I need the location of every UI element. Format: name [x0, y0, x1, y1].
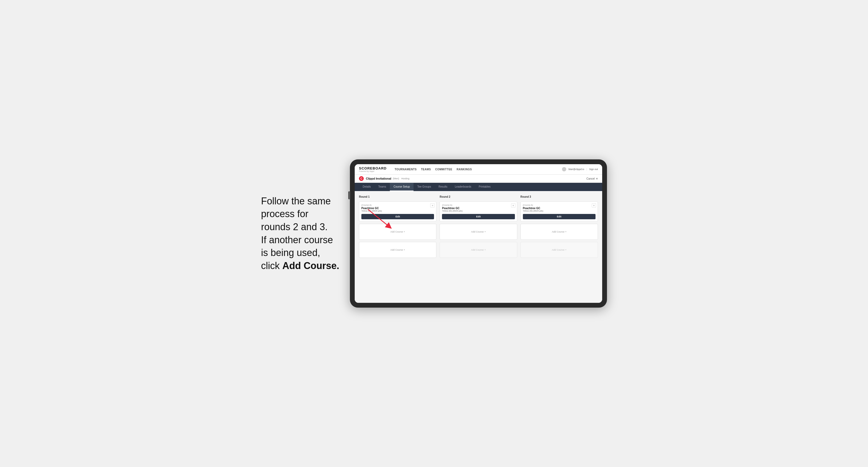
nav-tournaments[interactable]: TOURNAMENTS — [395, 168, 417, 171]
tournament-name: Clippd Invitational — [366, 177, 391, 180]
round-1-course-1-edit-button[interactable]: Edit — [361, 214, 434, 219]
round-3-label: Round 3 — [521, 195, 598, 198]
round-3-add-course-2-label: Add Course + — [552, 249, 566, 251]
round-2-label: Round 2 — [440, 195, 517, 198]
tournament-badge: (Men) — [393, 177, 399, 180]
round-1-course-1-badge: (Course A) — [361, 204, 434, 206]
tab-leaderboards[interactable]: Leaderboards — [451, 183, 475, 191]
top-nav: SCOREBOARD Powered by clippd TOURNAMENTS… — [355, 164, 602, 175]
round-1-add-course-1-label: Add Course + — [390, 230, 405, 233]
logo-sub: Powered by clippd — [359, 170, 386, 172]
nav-teams[interactable]: TEAMS — [421, 168, 431, 171]
round-2-course-1-details: Yellow (M) (6629 yds) — [442, 210, 515, 212]
round-1-column: Round 1 × (Course A) Peachtree GC Yellow… — [359, 195, 436, 258]
round-1-course-1-name: Peachtree GC — [361, 207, 434, 210]
brand-logo: C — [359, 176, 364, 181]
round-3-add-course-1[interactable]: Add Course + — [521, 224, 598, 240]
user-avatar — [562, 167, 566, 172]
round-3-add-course-2: Add Course + — [521, 242, 598, 258]
tab-details[interactable]: Details — [359, 183, 375, 191]
round-2-course-1-badge: (Course A) — [442, 204, 515, 206]
round-3-course-1-edit-button[interactable]: Edit — [523, 214, 595, 219]
nav-links: TOURNAMENTS TEAMS COMMITTEE RANKINGS — [395, 168, 557, 171]
round-3-course-1-badge: (Course A) — [523, 204, 595, 206]
round-1-course-1-details: Yellow (M) (6629 yds) — [361, 210, 434, 212]
tab-course-setup[interactable]: Course Setup — [390, 183, 413, 191]
round-2-course-1-delete-icon[interactable]: × — [511, 203, 516, 208]
user-email: blair@clippd.io — [568, 168, 584, 170]
round-2-course-1-card: × (Course A) Peachtree GC Yellow (M) (66… — [440, 201, 517, 222]
round-1-course-1-card: × (Course A) Peachtree GC Yellow (M) (66… — [359, 201, 436, 222]
round-2-course-1-edit-button[interactable]: Edit — [442, 214, 515, 219]
tab-tee-groups[interactable]: Tee Groups — [413, 183, 435, 191]
main-content: Round 1 × (Course A) Peachtree GC Yellow… — [355, 191, 602, 303]
instruction-line6-bold: Add Course. — [282, 260, 339, 271]
round-1-add-course-2[interactable]: Add Course + — [359, 242, 436, 258]
round-1-add-course-1[interactable]: Add Course + — [359, 224, 436, 240]
round-2-add-course-2: Add Course + — [440, 242, 517, 258]
round-1-label: Round 1 — [359, 195, 436, 198]
round-3-course-1-card: × (Course A) Peachtree GC Yellow (M) (66… — [521, 201, 598, 222]
instruction-line2: process for — [261, 208, 308, 219]
tablet-side-button — [348, 191, 350, 199]
tab-printables[interactable]: Printables — [475, 183, 494, 191]
tablet-screen: SCOREBOARD Powered by clippd TOURNAMENTS… — [355, 164, 602, 303]
tablet-frame: SCOREBOARD Powered by clippd TOURNAMENTS… — [350, 159, 607, 308]
round-3-course-1-delete-icon[interactable]: × — [592, 203, 596, 208]
round-1-course-1-delete-icon[interactable]: × — [430, 203, 435, 208]
round-3-course-1-details: Yellow (M) (6629 yds) — [523, 210, 595, 212]
instruction-line5: is being used, — [261, 247, 320, 258]
nav-right: blair@clippd.io | Sign out — [562, 167, 598, 172]
instruction-line4: If another course — [261, 235, 333, 245]
round-3-add-course-1-label: Add Course + — [552, 230, 566, 233]
round-2-course-1-name: Peachtree GC — [442, 207, 515, 210]
page-wrapper: Follow the same process for rounds 2 and… — [261, 159, 607, 308]
rounds-grid: Round 1 × (Course A) Peachtree GC Yellow… — [359, 195, 598, 258]
round-3-course-1-name: Peachtree GC — [523, 207, 595, 210]
round-1-add-course-2-label: Add Course + — [390, 249, 405, 251]
tab-results[interactable]: Results — [435, 183, 451, 191]
instruction-line1: Follow the same — [261, 195, 331, 207]
instruction-text: Follow the same process for rounds 2 and… — [261, 195, 339, 273]
round-2-column: Round 2 × (Course A) Peachtree GC Yellow… — [440, 195, 517, 258]
instruction-line6-plain: click — [261, 260, 282, 271]
logo-scoreboard: SCOREBOARD — [359, 166, 386, 170]
instruction-line3: rounds 2 and 3. — [261, 221, 328, 232]
sub-header: C Clippd Invitational (Men) Hosting Canc… — [355, 175, 602, 183]
round-2-add-course-2-label: Add Course + — [471, 249, 486, 251]
logo-area: SCOREBOARD Powered by clippd — [359, 166, 386, 172]
round-2-add-course-1[interactable]: Add Course + — [440, 224, 517, 240]
sign-out-link[interactable]: Sign out — [589, 168, 598, 170]
cancel-button[interactable]: Cancel ✕ — [586, 177, 598, 180]
nav-rankings[interactable]: RANKINGS — [457, 168, 472, 171]
round-3-column: Round 3 × (Course A) Peachtree GC Yellow… — [521, 195, 598, 258]
tab-bar: Details Teams Course Setup Tee Groups Re… — [355, 183, 602, 191]
tab-teams[interactable]: Teams — [375, 183, 390, 191]
hosting-label: Hosting — [401, 177, 409, 180]
nav-committee[interactable]: COMMITTEE — [435, 168, 453, 171]
round-2-add-course-1-label: Add Course + — [471, 230, 486, 233]
